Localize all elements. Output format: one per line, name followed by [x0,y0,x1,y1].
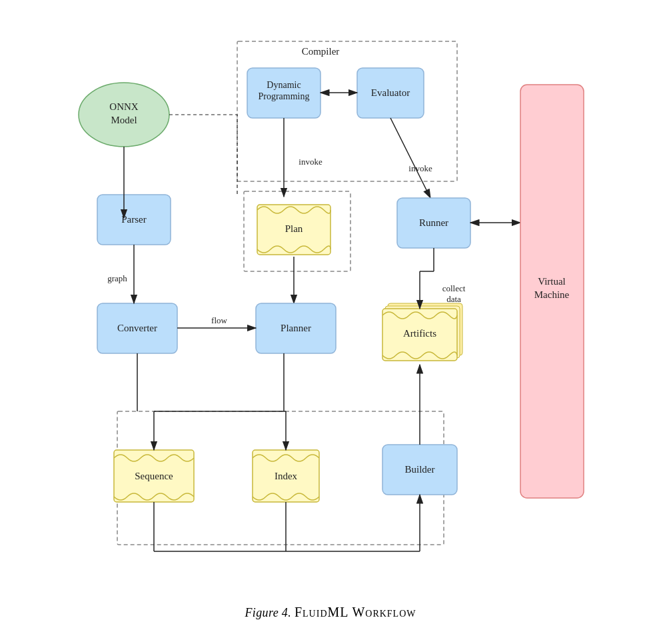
figure-caption: Figure 4. FluidML Workflow [245,605,416,620]
evaluator-label: Evaluator [371,87,410,98]
diagram-svg: Compiler ONNX Model Dynamic Programming … [57,25,604,598]
artifacts-node: Artificts [382,303,462,361]
collect-data-label1: collect [442,283,466,293]
figure-number: Figure 4. [245,606,292,619]
planner-label: Planner [281,323,311,333]
invoke2-label: invoke [408,163,432,173]
plan-label: Plan [285,223,303,234]
runner-label: Runner [419,217,448,228]
compiler-label: Compiler [302,46,340,57]
svg-line-8 [390,118,430,198]
dp-label-1: Dynamic [267,80,301,90]
flow-label: flow [211,315,227,325]
onnx-label-2: Model [111,115,137,125]
sequence-label: Sequence [135,471,173,481]
builder-label: Builder [405,464,435,475]
invoke1-label: invoke [299,157,323,167]
onnx-label-1: ONNX [109,101,138,112]
index-label: Index [275,471,298,481]
figure-title: FluidML Workflow [295,605,416,619]
parser-label: Parser [121,214,147,225]
graph-label: graph [107,273,127,283]
collect-data-label2: data [446,294,461,304]
diagram-container: Compiler ONNX Model Dynamic Programming … [57,25,604,598]
dp-label-2: Programming [259,91,310,101]
vm-label1: Virtual [538,276,566,287]
vm-label2: Machine [534,289,570,300]
artifacts-label: Artificts [403,328,436,339]
converter-label: Converter [117,323,157,333]
index-node: Index [253,450,319,502]
plan-node: Plan [257,205,330,255]
sequence-node: Sequence [114,450,194,502]
